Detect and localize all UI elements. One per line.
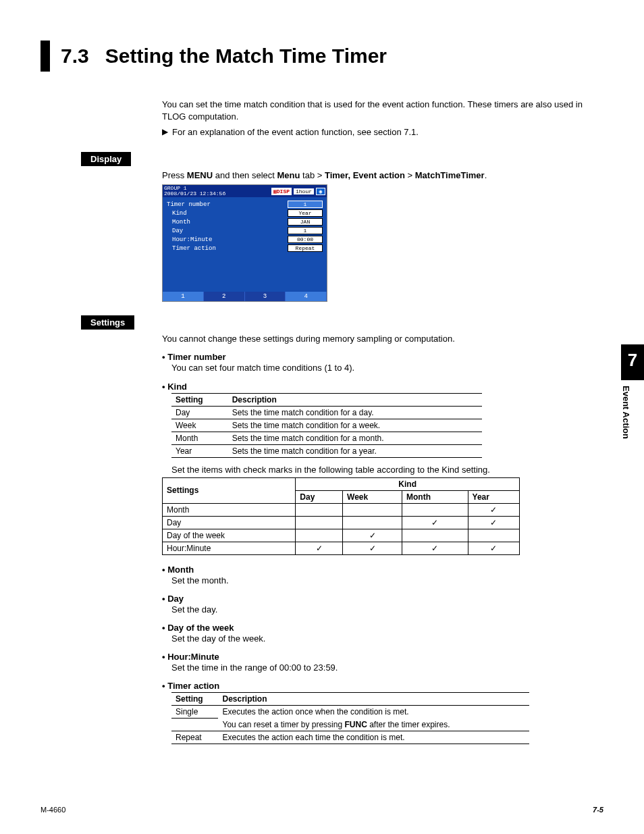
page-footer: M-4660 7-5 [41,806,603,814]
ss-disp-badge: ▦DISP [271,188,292,195]
kind-matrix-table: Settings Kind Day Week Month Year Month✓… [162,477,520,555]
ss-tab-2: 2 [204,292,245,301]
item-head-month: Month [162,565,603,575]
cross-reference: ▶ For an explanation of the event action… [162,127,603,137]
item-desc-hm: Set the time in the range of 00:00 to 23… [171,662,603,674]
kind-table: SettingDescription DaySets the time matc… [171,393,482,458]
item-head-day: Day [162,594,603,604]
ss-value-timeraction: Repeat [288,244,323,252]
ss-label: Day [172,228,183,234]
ss-tab-3: 3 [245,292,286,301]
ss-timestamp: 2008/01/23 12:34:56 [164,191,225,197]
section-number: 7.3 [61,45,89,68]
item-head-hm: Hour:Minute [162,652,603,662]
cross-reference-text: For an explanation of the event action f… [172,127,419,137]
timer-action-table: SettingDescription Single Executes the a… [171,692,529,744]
item-desc-timer-number: You can set four match time conditions (… [171,362,603,374]
settings-note: You cannot change these settings during … [162,334,603,344]
item-head-timer-number: Timer number [162,352,603,362]
page-title-row: 7.3 Setting the Match Time Timer [41,41,603,72]
chapter-number: 7 [621,344,644,380]
navigation-instruction: Press MENU and then select Menu tab > Ti… [162,170,603,180]
device-screenshot: GROUP 1 2008/01/23 12:34:56 ▦DISP 1hour … [162,184,327,302]
section-title: Setting the Match Time Timer [105,45,387,68]
ss-label: Kind [172,210,187,217]
side-tab: 7 Event Action [621,344,644,439]
item-desc-day: Set the day. [171,604,603,616]
lock-icon: ◉ [316,188,325,195]
item-head-dow: Day of the week [162,623,603,633]
item-head-kind: Kind [162,382,603,392]
intro-paragraph: You can set the time match condition tha… [162,99,603,123]
ss-value-hourminute: 00:00 [288,236,323,243]
footer-right: 7-5 [593,806,603,814]
ss-label: Timer action [172,245,216,252]
ss-label: Hour:Minute [172,236,212,243]
footer-left: M-4660 [41,806,65,814]
settings-heading: Settings [81,315,134,330]
kind-note: Set the items with check marks in the fo… [171,465,603,475]
ss-label: Month [172,219,190,226]
ss-value-timer-number: 1 [288,201,323,208]
ss-value-kind: Year [288,209,323,217]
chapter-label: Event Action [621,380,637,439]
ss-tab-1: 1 [163,292,204,301]
item-head-timer-action: Timer action [162,681,603,691]
ss-value-day: 1 [288,227,323,234]
ss-tab-4: 4 [286,292,327,301]
ss-1hour-badge: 1hour [294,188,314,194]
display-heading: Display [81,152,131,166]
ss-label: Timer number [167,201,211,208]
arrow-icon: ▶ [162,127,168,136]
item-desc-dow: Set the day of the week. [171,633,603,645]
item-desc-month: Set the month. [171,575,603,587]
title-bar [41,41,50,72]
ss-value-month: JAN [288,218,323,226]
